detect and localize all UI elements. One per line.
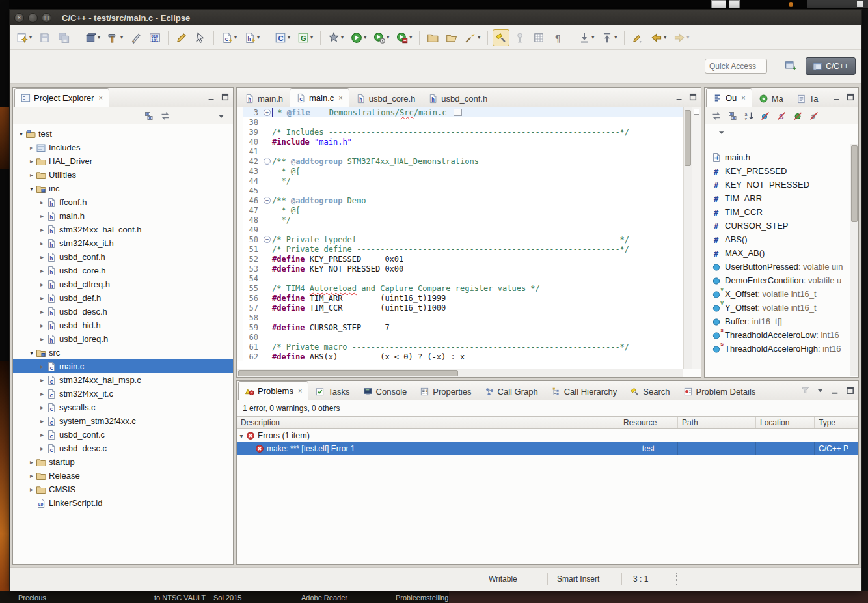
- chevron-right-icon[interactable]: ▸: [38, 445, 46, 452]
- scrollbar-thumb[interactable]: [851, 145, 858, 222]
- code-generation-button[interactable]: G▾: [295, 29, 316, 46]
- run-button[interactable]: ▾: [348, 29, 369, 46]
- tree-item-usbd-desc-h[interactable]: ▸husbd_desc.h: [13, 305, 233, 318]
- problems-tab-tasks[interactable]: Tasks: [308, 383, 356, 400]
- column-header-description[interactable]: Description: [237, 417, 619, 428]
- fold-collapse-icon[interactable]: −: [264, 197, 271, 204]
- close-icon[interactable]: ×: [98, 94, 102, 102]
- close-button[interactable]: ×: [14, 13, 24, 23]
- dropdown-arrow-icon[interactable]: ▾: [591, 35, 594, 40]
- new-header-file-button[interactable]: h▾: [241, 29, 262, 46]
- tree-item-stm32f4xx-it-h[interactable]: ▸hstm32f4xx_it.h: [13, 236, 233, 250]
- editor-horizontal-scrollbar[interactable]: [237, 369, 683, 377]
- fold-gutter[interactable]: −: [262, 195, 272, 205]
- code-line[interactable]: 40#include "main.h": [237, 137, 683, 147]
- clean-button[interactable]: [128, 29, 144, 46]
- hide-static-members-button[interactable]: S: [776, 111, 787, 121]
- code-editor[interactable]: 3+ * @file Demonstrations/Src/main.c 383…: [237, 107, 683, 369]
- chevron-down-icon[interactable]: ▾: [17, 130, 25, 137]
- column-header-resource[interactable]: Resource: [619, 417, 678, 428]
- problems-tab-call-graph[interactable]: Call Graph: [478, 383, 545, 400]
- back-button[interactable]: ▾: [648, 29, 669, 46]
- chevron-right-icon[interactable]: ▸: [38, 281, 46, 288]
- chevron-right-icon[interactable]: ▸: [38, 199, 46, 206]
- code-line[interactable]: 55/* TIM4 Autoreload and Capture Compare…: [237, 283, 683, 293]
- fold-collapse-icon[interactable]: −: [264, 158, 271, 165]
- chevron-right-icon[interactable]: ▸: [38, 212, 46, 219]
- chevron-right-icon[interactable]: ▸: [38, 294, 46, 302]
- view-menu-button[interactable]: [815, 386, 825, 395]
- build-active-configuration-button[interactable]: ▾: [105, 29, 126, 46]
- maximize-button[interactable]: [221, 92, 230, 102]
- perspective-cpp-button[interactable]: C/C++: [806, 57, 856, 75]
- fold-collapse-icon[interactable]: −: [264, 236, 271, 243]
- outline-item-userbuttonpressed[interactable]: UserButtonPressed : volatile uin: [705, 260, 858, 273]
- fold-gutter[interactable]: −: [262, 234, 272, 244]
- chevron-down-icon[interactable]: ▾: [237, 432, 246, 440]
- sort-button[interactable]: az: [744, 111, 754, 121]
- chevron-right-icon[interactable]: ▸: [27, 144, 36, 151]
- dropdown-arrow-icon[interactable]: ▾: [120, 35, 123, 40]
- tree-item-hal-driver[interactable]: ▸HAL_Driver: [13, 154, 233, 168]
- toggle-mark-occurrences-button[interactable]: [493, 29, 509, 46]
- next-annotation-button[interactable]: ▾: [576, 29, 597, 46]
- code-line[interactable]: 3+ * @file Demonstrations/Src/main.c: [237, 107, 683, 117]
- tree-item-main-h[interactable]: ▸hmain.h: [13, 209, 233, 223]
- tree-item-includes[interactable]: ▸Includes: [13, 141, 233, 154]
- problems-tab-problem-details[interactable]: Problem Details: [677, 383, 763, 400]
- dropdown-arrow-icon[interactable]: ▾: [364, 35, 366, 40]
- link-with-editor-button[interactable]: [160, 111, 170, 121]
- code-line[interactable]: 53#define KEY_NOT_PRESSED 0x00: [237, 264, 683, 273]
- tree-item-linkerscript-ld[interactable]: LDLinkerScript.ld: [13, 496, 233, 510]
- open-perspective-button[interactable]: [783, 59, 798, 74]
- outline-item-threadholdaccelerohigh[interactable]: SThreadholdAcceleroHigh : int16: [705, 342, 858, 356]
- outline-item-tim-arr[interactable]: #TIM_ARR: [705, 191, 858, 205]
- new-c-project-button[interactable]: C▾: [272, 29, 293, 46]
- dropdown-arrow-icon[interactable]: ▾: [664, 35, 666, 40]
- tree-item-ffconf-h[interactable]: ▸hffconf.h: [13, 195, 233, 209]
- collapse-all-button[interactable]: [144, 111, 154, 121]
- problems-tab-console[interactable]: Console: [357, 383, 414, 400]
- chevron-right-icon[interactable]: ▸: [38, 226, 46, 233]
- pencil-tool-button[interactable]: [173, 29, 190, 46]
- overview-ruler-header[interactable]: [694, 109, 699, 115]
- close-icon[interactable]: ×: [298, 387, 302, 395]
- problems-error-row[interactable]: make: *** [test.elf] Error 1testC/C++ P: [237, 442, 858, 455]
- forward-button[interactable]: ▾: [671, 29, 692, 46]
- chevron-right-icon[interactable]: ▸: [38, 253, 46, 260]
- hide-non-public-members-button[interactable]: [793, 111, 803, 121]
- open-type-button[interactable]: ▾: [462, 29, 483, 46]
- chevron-right-icon[interactable]: ▸: [38, 267, 46, 274]
- save-all-button[interactable]: [55, 29, 72, 46]
- chevron-right-icon[interactable]: ▸: [38, 335, 46, 343]
- outline-item-x-offset[interactable]: VX_Offset : volatile int16_t: [705, 287, 858, 301]
- tree-item-cmsis[interactable]: ▸CMSIS: [13, 483, 233, 496]
- close-icon[interactable]: ×: [741, 94, 745, 102]
- tree-item-release[interactable]: ▸Release: [13, 469, 233, 483]
- last-edit-location-button[interactable]: [629, 29, 646, 46]
- editor-tab-main-h[interactable]: hmain.h: [238, 90, 290, 107]
- code-line[interactable]: 59#define CURSOR_STEP 7: [237, 322, 683, 332]
- tree-item-usbd-ctlreq-h[interactable]: ▸husbd_ctlreq.h: [13, 277, 233, 291]
- outline-item-demoentercondition[interactable]: DemoEnterCondition : volatile u: [705, 273, 858, 287]
- taskbar-item[interactable]: Sol 2015: [213, 594, 241, 602]
- chevron-right-icon[interactable]: ▸: [38, 376, 46, 384]
- outline-scrollbar[interactable]: [850, 144, 858, 376]
- tree-item-main-c[interactable]: ▸cmain.c: [13, 359, 233, 373]
- profile-button[interactable]: ▾: [371, 29, 392, 46]
- chevron-right-icon[interactable]: ▸: [38, 240, 46, 247]
- minimize-button[interactable]: [207, 92, 216, 102]
- dropdown-arrow-icon[interactable]: ▾: [478, 35, 480, 40]
- scrollbar-thumb[interactable]: [238, 370, 458, 376]
- select-tool-button[interactable]: [192, 29, 209, 46]
- outline-tab-ta[interactable]: Ta: [790, 90, 825, 107]
- close-icon[interactable]: ×: [338, 94, 342, 102]
- maximize-button[interactable]: [845, 386, 855, 395]
- dropdown-arrow-icon[interactable]: ▾: [387, 35, 389, 40]
- editor-overview-ruler[interactable]: [692, 107, 701, 369]
- hide-fields-button[interactable]: [760, 111, 770, 121]
- code-line[interactable]: 38: [237, 117, 683, 127]
- minimize-button[interactable]: [832, 92, 841, 102]
- code-line[interactable]: 46−/** @addtogroup Demo: [237, 195, 683, 205]
- tree-item-usbd-conf-h[interactable]: ▸husbd_conf.h: [13, 250, 233, 264]
